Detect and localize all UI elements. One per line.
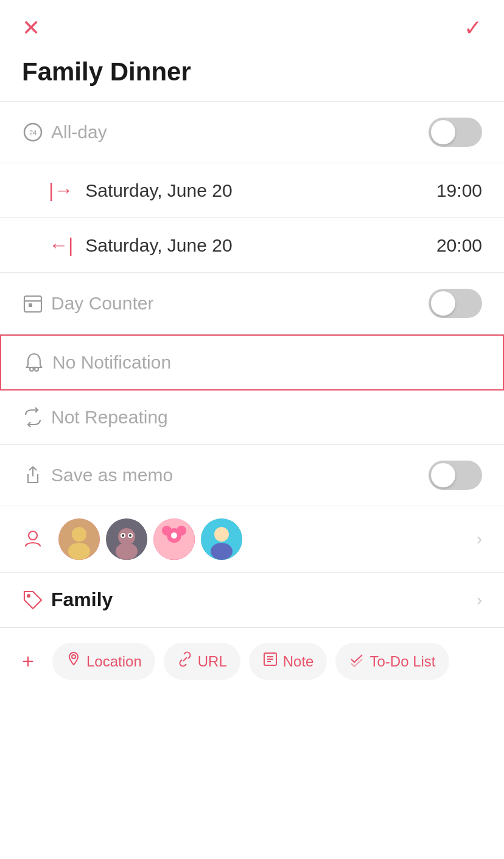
svg-point-28 [214,527,229,542]
svg-point-7 [35,367,38,371]
top-bar: ✕ ✓ [0,0,504,51]
category-row[interactable]: Family › [0,573,504,627]
repeat-label: Not Repeating [51,407,482,428]
svg-point-30 [27,594,30,598]
allday-row: 24 All-day [0,102,504,163]
avatar-list [58,518,242,560]
avatar-2 [106,518,147,560]
participants-chevron-icon: › [477,529,482,549]
end-time: 20:00 [436,235,482,256]
category-label: Family [51,589,113,611]
note-chip[interactable]: Note [249,643,327,680]
start-date-row[interactable]: |→ Saturday, June 20 19:00 [0,163,504,218]
repeat-row[interactable]: Not Repeating [0,391,504,445]
svg-point-13 [72,527,86,542]
location-label: Location [86,653,142,670]
svg-point-17 [116,543,138,560]
avatar-4 [201,518,242,560]
url-chip[interactable]: URL [164,643,240,680]
url-icon [177,651,193,671]
day-counter-label: Day Counter [51,293,429,314]
end-arrow-icon: ←| [49,234,73,256]
add-button[interactable]: + [12,646,44,677]
svg-point-14 [68,543,90,560]
bottom-bar: + Location URL No [0,627,504,695]
svg-rect-4 [29,303,32,307]
allday-icon: 24 [22,121,51,143]
title-section: Family Dinner [0,51,504,101]
participants-row[interactable]: › [0,506,504,573]
note-icon [262,651,278,671]
start-date: Saturday, June 20 [85,180,436,201]
svg-point-6 [30,367,33,371]
memo-row: Save as memo [0,445,504,506]
avatar-1 [58,518,100,560]
notification-label: No Notification [52,352,481,373]
svg-rect-2 [24,296,41,312]
day-counter-row: Day Counter [0,273,504,334]
end-date: Saturday, June 20 [85,235,436,256]
notification-row[interactable]: No Notification [0,334,504,391]
confirm-button[interactable]: ✓ [464,17,482,39]
location-chip[interactable]: Location [52,643,155,680]
url-label: URL [198,653,227,670]
location-icon [66,651,82,671]
memo-toggle[interactable] [429,461,482,490]
repeat-icon [22,406,51,428]
close-button[interactable]: ✕ [22,17,40,39]
svg-point-24 [162,526,172,536]
day-counter-toggle[interactable] [429,289,482,318]
end-date-row[interactable]: ←| Saturday, June 20 20:00 [0,218,504,273]
category-icon [22,589,51,611]
notification-icon [23,352,52,373]
svg-point-26 [171,532,177,539]
svg-point-21 [129,534,131,537]
svg-text:24: 24 [29,129,37,136]
svg-point-31 [72,655,75,659]
svg-point-20 [122,534,124,537]
svg-point-29 [211,543,233,560]
allday-toggle[interactable] [429,118,482,147]
avatar-3 [153,518,195,560]
todo-icon [349,651,365,671]
category-chevron-icon: › [477,590,482,610]
participants-icon [22,528,51,550]
start-time: 19:00 [436,180,482,201]
todo-chip[interactable]: To-Do List [335,643,449,680]
start-arrow-icon: |→ [49,179,73,202]
memo-label: Save as memo [51,465,429,486]
allday-label: All-day [51,122,429,143]
svg-point-16 [118,528,135,545]
note-label: Note [283,653,314,670]
day-counter-icon [22,292,51,314]
memo-icon [22,464,51,486]
event-title[interactable]: Family Dinner [22,57,482,87]
todo-label: To-Do List [369,653,435,670]
svg-point-11 [29,531,37,540]
svg-point-25 [177,526,186,536]
